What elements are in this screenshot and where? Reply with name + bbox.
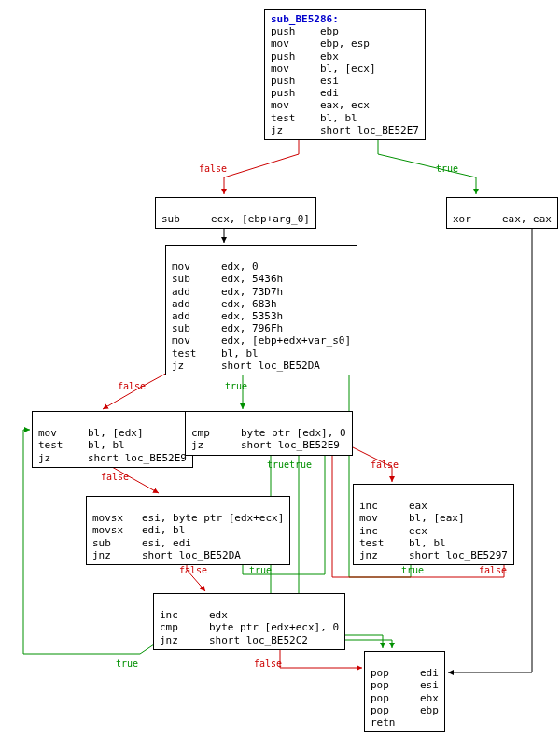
edge-label-false: false: [371, 460, 399, 470]
edge: [378, 135, 476, 194]
edge-label-true: true: [116, 658, 138, 669]
cfg-block-sub-ecx: sub ecx, [ebp+arg_0]: [155, 197, 316, 229]
cfg-block-xor-eax: xor eax, eax: [446, 197, 558, 229]
cfg-block-cmp: cmp byte ptr [edx], 0 jz short loc_BE52E…: [185, 411, 353, 456]
edge-label-false: false: [179, 565, 207, 575]
edge-label-true: true: [401, 565, 424, 575]
block-code: mov bl, [edx] test bl, bl jz short loc_B…: [38, 427, 187, 463]
edge-label-false: false: [101, 472, 129, 482]
cfg-block-mov-bl: mov bl, [edx] test bl, bl jz short loc_B…: [32, 411, 193, 468]
edge-label-false: false: [199, 163, 227, 174]
edge-label-true: true: [267, 460, 289, 470]
edge-label-true: true: [436, 163, 458, 174]
block-code: push ebp mov ebp, esp push ebx mov bl, […: [271, 25, 419, 136]
block-code: cmp byte ptr [edx], 0 jz short loc_BE52E…: [191, 427, 346, 451]
edge: [448, 205, 532, 672]
edge-label-true: true: [289, 460, 312, 470]
block-code: pop edi pop esi pop ebx pop ebp retn: [371, 667, 439, 729]
cfg-block-entry: sub_BE5286: push ebp mov ebp, esp push e…: [264, 9, 426, 140]
function-name: sub_BE5286:: [271, 13, 339, 25]
edge: [224, 135, 299, 194]
block-code: mov edx, 0 sub edx, 5436h add edx, 73D7h…: [172, 261, 351, 372]
edge-label-true: true: [225, 381, 247, 391]
edge-label-true: true: [249, 565, 272, 575]
edge-label-false: false: [118, 381, 146, 391]
block-code: inc eax mov bl, [eax] inc ecx test bl, b…: [359, 500, 508, 561]
cfg-block-mov-edx: mov edx, 0 sub edx, 5436h add edx, 73D7h…: [165, 245, 357, 375]
block-code: movsx esi, byte ptr [edx+ecx] movsx edi,…: [92, 512, 284, 561]
block-code: inc edx cmp byte ptr [edx+ecx], 0 jnz sh…: [160, 609, 339, 645]
block-code: sub ecx, [ebp+arg_0]: [161, 213, 310, 225]
block-code: xor eax, eax: [453, 213, 552, 225]
cfg-block-inc-eax: inc eax mov bl, [eax] inc ecx test bl, b…: [353, 484, 514, 565]
cfg-block-inc-edx: inc edx cmp byte ptr [edx+ecx], 0 jnz sh…: [153, 593, 345, 650]
cfg-block-epilogue: pop edi pop esi pop ebx pop ebp retn: [364, 651, 445, 732]
cfg-block-movsx: movsx esi, byte ptr [edx+ecx] movsx edi,…: [86, 496, 290, 565]
edge-label-false: false: [254, 658, 282, 669]
edge-label-false: false: [479, 565, 507, 575]
